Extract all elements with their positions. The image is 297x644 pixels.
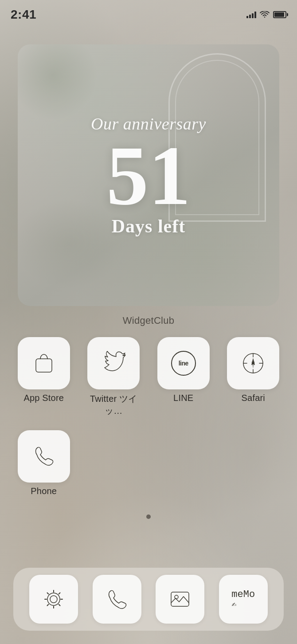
app-row-2: Phone: [13, 430, 284, 496]
app-item-safari[interactable]: Safari: [223, 337, 284, 417]
app-row-1: App Store Twitter ツイッ… line LINE: [13, 337, 284, 417]
signal-icon: [246, 11, 256, 18]
app-item-phone[interactable]: Phone: [13, 430, 74, 496]
phone-dock-icon: [106, 588, 129, 611]
widget-content: Our anniversary 51 Days left: [18, 44, 279, 306]
app-icon-twitter[interactable]: [87, 337, 140, 389]
widget-club-label: WidgetClub: [0, 315, 297, 326]
dock-icon-memo[interactable]: meMo ✍: [219, 575, 268, 624]
app-icon-appstore[interactable]: [18, 337, 70, 389]
bag-icon: [31, 351, 56, 376]
app-label-phone: Phone: [31, 486, 57, 496]
dock-item-photos[interactable]: [156, 575, 204, 624]
anniversary-widget[interactable]: Our anniversary 51 Days left: [18, 44, 279, 306]
app-icon-line[interactable]: line: [157, 337, 210, 389]
dock: meMo ✍: [13, 568, 284, 631]
page-dots: [0, 514, 297, 519]
app-icon-safari[interactable]: [227, 337, 279, 389]
safari-icon: [241, 351, 266, 376]
settings-icon: [42, 588, 65, 611]
page-dot-active: [146, 514, 151, 519]
svg-point-8: [50, 596, 57, 603]
memo-label: meMo ✍: [231, 590, 255, 609]
dock-icon-photos[interactable]: [156, 575, 204, 624]
status-icons: [246, 11, 286, 18]
svg-marker-7: [251, 361, 255, 369]
status-time: 2:41: [11, 8, 36, 22]
phone-icon: [31, 444, 56, 469]
widget-subtitle: Days left: [112, 216, 185, 237]
battery-icon: [273, 11, 286, 18]
dock-icon-settings[interactable]: [29, 575, 78, 624]
app-item-twitter[interactable]: Twitter ツイッ…: [83, 337, 145, 417]
app-item-appstore[interactable]: App Store: [13, 337, 74, 417]
status-bar: 2:41: [0, 0, 297, 24]
app-icon-phone[interactable]: [18, 430, 70, 483]
dock-item-settings[interactable]: [29, 575, 78, 624]
app-grid: App Store Twitter ツイッ… line LINE: [13, 337, 284, 510]
app-label-twitter: Twitter ツイッ…: [83, 393, 145, 417]
widget-countdown-number: 51: [106, 134, 191, 218]
dock-item-memo[interactable]: meMo ✍: [219, 575, 268, 624]
app-label-appstore: App Store: [23, 393, 64, 403]
app-label-line: LINE: [173, 393, 193, 403]
photos-icon: [168, 588, 191, 611]
app-item-line[interactable]: line LINE: [153, 337, 214, 417]
line-logo: line: [171, 351, 196, 376]
wifi-icon: [260, 11, 270, 18]
dock-icon-phone[interactable]: [93, 575, 141, 624]
svg-point-9: [47, 593, 60, 605]
svg-rect-0: [36, 359, 52, 372]
app-label-safari: Safari: [242, 393, 265, 403]
twitter-icon: [101, 351, 126, 376]
dock-item-phone[interactable]: [93, 575, 141, 624]
